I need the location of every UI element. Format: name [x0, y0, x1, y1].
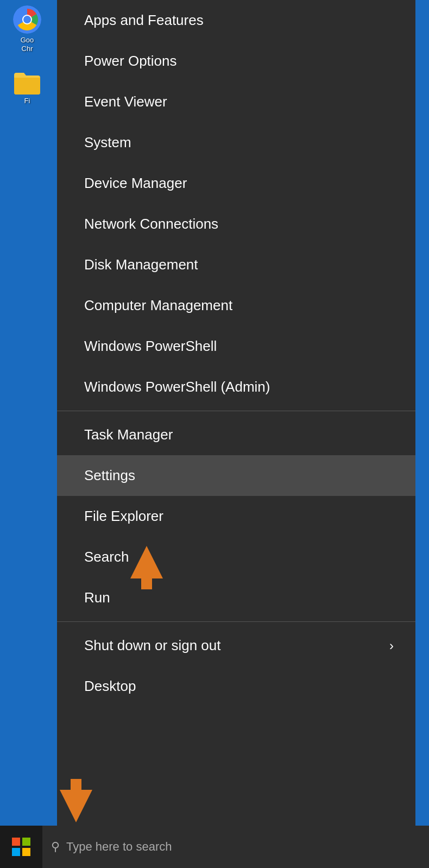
folder-icon: [13, 71, 41, 95]
svg-rect-11: [22, 848, 30, 856]
menu-item-device-manager[interactable]: Device Manager: [57, 163, 415, 204]
svg-rect-8: [12, 838, 20, 846]
search-icon: ⚲: [51, 840, 60, 854]
menu-item-search[interactable]: Search: [57, 537, 415, 577]
taskbar: ⚲ Type here to search: [0, 826, 429, 868]
chrome-icon-label: Goo Chr: [21, 36, 34, 53]
menu-item-windows-powershell[interactable]: Windows PowerShell: [57, 326, 415, 367]
menu-divider-2: [57, 621, 415, 622]
desktop-icons-area: Goo Chr Fi: [0, 0, 57, 868]
folder-desktop-icon[interactable]: Fi: [3, 71, 52, 105]
desktop: Goo Chr Fi Apps and Features Power Optio…: [0, 0, 429, 868]
search-placeholder-text: Type here to search: [66, 840, 172, 854]
menu-item-apps-features[interactable]: Apps and Features: [57, 0, 415, 41]
chrome-desktop-icon[interactable]: Goo Chr: [3, 5, 52, 53]
menu-item-desktop[interactable]: Desktop: [57, 666, 415, 707]
menu-divider-1: [57, 411, 415, 411]
chrome-icon: [13, 5, 41, 34]
menu-item-disk-management[interactable]: Disk Management: [57, 244, 415, 285]
menu-item-power-options[interactable]: Power Options: [57, 41, 415, 81]
context-menu: Apps and Features Power Options Event Vi…: [57, 0, 415, 826]
menu-item-shut-down[interactable]: Shut down or sign out ›: [57, 625, 415, 666]
menu-item-settings[interactable]: Settings: [57, 455, 415, 496]
menu-item-computer-management[interactable]: Computer Management: [57, 285, 415, 326]
menu-item-file-explorer[interactable]: File Explorer: [57, 496, 415, 537]
menu-item-network-connections[interactable]: Network Connections: [57, 204, 415, 244]
svg-point-4: [23, 16, 31, 23]
menu-item-task-manager[interactable]: Task Manager: [57, 414, 415, 455]
svg-rect-9: [22, 838, 30, 846]
start-button[interactable]: [0, 826, 42, 868]
menu-item-event-viewer[interactable]: Event Viewer: [57, 81, 415, 122]
svg-rect-10: [12, 848, 20, 856]
taskbar-search-bar[interactable]: ⚲ Type here to search: [42, 826, 429, 868]
shut-down-arrow-icon: ›: [389, 638, 394, 653]
menu-item-system[interactable]: System: [57, 122, 415, 163]
folder-icon-label: Fi: [24, 97, 30, 105]
menu-item-run[interactable]: Run: [57, 577, 415, 618]
menu-item-windows-powershell-admin[interactable]: Windows PowerShell (Admin): [57, 367, 415, 407]
windows-start-icon: [11, 837, 31, 857]
